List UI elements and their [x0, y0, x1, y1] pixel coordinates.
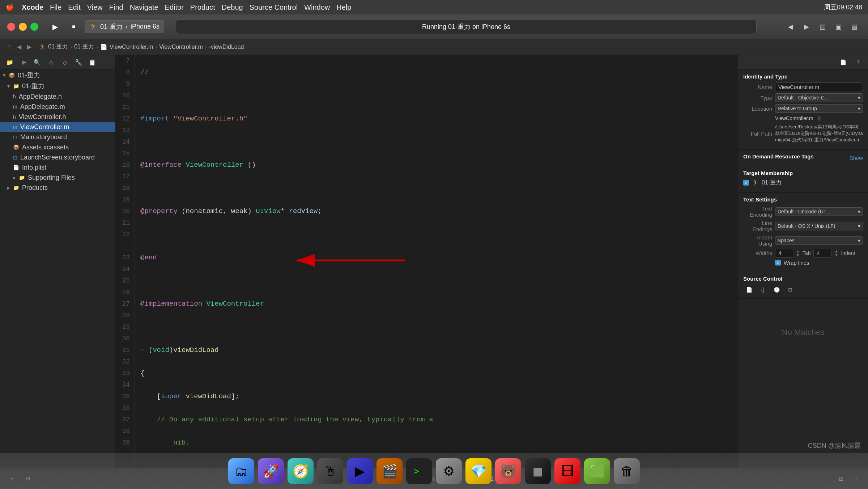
sidebar-item-supporting[interactable]: ▶ 📁 Supporting Files	[0, 173, 115, 183]
sidebar-item-info-plist[interactable]: 📄 Info.plist	[0, 162, 115, 173]
dock-sketch[interactable]: 💎	[465, 458, 492, 484]
layout-icon-5[interactable]: ▣	[832, 20, 845, 33]
assets-icon: 📦	[13, 144, 19, 150]
file-icon-3: h	[13, 114, 16, 120]
run-button[interactable]: ▶	[47, 20, 63, 33]
code-line-8	[140, 90, 732, 101]
dock-dark-item[interactable]: ◼	[525, 458, 551, 484]
apple-menu[interactable]: 🍎	[6, 3, 14, 11]
rp-file-icon[interactable]: 📄	[837, 57, 849, 67]
dock-hammer[interactable]: 🎬	[376, 458, 403, 484]
sc-branch-icon[interactable]: {}	[757, 285, 769, 295]
sidebar-item-launchscreen[interactable]: ◻ LaunchScreen.storyboard	[0, 152, 115, 162]
code-line-11: @interface ViewController ()	[140, 159, 732, 171]
rp-show-button[interactable]: Show	[849, 155, 863, 161]
sidebar-item-main-storyboard[interactable]: ◻ Main.storyboard	[0, 132, 115, 142]
dock-mouse[interactable]: 🖱	[317, 458, 343, 484]
main-layout: 📁 ⊕ 🔍 ⚠ ◇ 🔧 📋 ▶ 📦 01-重力 ▶ 📁 01-重力 h AppD…	[0, 55, 868, 468]
file-icon-1: h	[13, 94, 16, 99]
rp-type-select[interactable]: Default - Objective-C... ▾	[775, 93, 863, 102]
breadcrumb-sep-1: ›	[70, 44, 72, 50]
dock-settings[interactable]: ⚙	[436, 458, 462, 484]
close-button[interactable]	[7, 23, 15, 31]
sidebar-warning-icon[interactable]: ⚠	[45, 57, 57, 67]
minimize-button[interactable]	[19, 23, 27, 31]
rp-target-checkbox[interactable]: ✓	[743, 180, 749, 186]
menu-window[interactable]: Window	[304, 3, 330, 12]
dock-terminal[interactable]: >_	[406, 458, 432, 484]
rp-stepper-up-2[interactable]: ▲▼	[834, 249, 838, 257]
rp-lineendings-select[interactable]: Default - OS X / Unix (LF) ▾	[775, 222, 863, 230]
menu-edit[interactable]: Edit	[68, 3, 80, 12]
rp-tab-input[interactable]	[775, 249, 793, 258]
breadcrumb-file[interactable]: ViewController.m	[110, 44, 153, 50]
sidebar-item-group[interactable]: ▶ 📁 01-重力	[0, 81, 115, 92]
rp-name-input[interactable]	[775, 82, 863, 91]
menu-product[interactable]: Product	[190, 3, 215, 12]
dock-movist[interactable]: 🎞	[554, 458, 580, 484]
sc-compare-icon[interactable]: ⊡	[784, 285, 796, 295]
dock-quicktime[interactable]: ▶	[347, 458, 373, 484]
sidebar-search-icon[interactable]: 🔍	[31, 57, 43, 67]
rp-indent-using-select[interactable]: Spaces ▾	[775, 236, 863, 245]
sidebar-debug-icon[interactable]: 🔧	[72, 57, 85, 67]
code-line-21: [super viewDidLoad];	[140, 391, 732, 402]
sidebar-test-icon[interactable]: ◇	[59, 57, 71, 67]
breadcrumb-group[interactable]: 01-重力	[74, 43, 94, 51]
dock-finder[interactable]: 🗂	[228, 458, 254, 484]
sidebar-item-appdelegate-h[interactable]: h AppDelegate.h	[0, 92, 115, 102]
rp-ondemand-title: On Demand Resource Tags	[743, 153, 814, 160]
breadcrumb-forward[interactable]: ▶	[25, 43, 34, 51]
breadcrumb-file2[interactable]: ViewController.m	[159, 44, 203, 50]
layout-icon-2[interactable]: ◀	[784, 20, 797, 33]
menu-file[interactable]: File	[50, 3, 61, 12]
sc-file-icon[interactable]: 📄	[743, 285, 755, 295]
layout-icon-6[interactable]: ▦	[848, 20, 861, 33]
sidebar-item-appdelegate-m[interactable]: m AppDelegate.m	[0, 102, 115, 112]
layout-icon-3[interactable]: ▶	[800, 20, 813, 33]
sc-clock-icon[interactable]: 🕐	[771, 285, 782, 295]
dock-bear[interactable]: 🐻	[495, 458, 521, 484]
sidebar-folder-icon[interactable]: 📁	[4, 57, 16, 67]
dock-app[interactable]: 🟩	[584, 458, 610, 484]
supporting-icon: 📁	[19, 175, 25, 180]
menu-xcode[interactable]: Xcode	[22, 3, 43, 12]
sidebar-item-viewcontroller-h[interactable]: h ViewController.h	[0, 112, 115, 122]
dock-safari[interactable]: 🧭	[288, 458, 314, 484]
breadcrumb-sidebar-toggle[interactable]: ≡	[6, 43, 13, 51]
sidebar-vcs-icon[interactable]: ⊕	[17, 57, 30, 67]
copy-icon[interactable]: ⎘	[818, 115, 821, 122]
rp-encoding-select[interactable]: Default - Unicode (UT... ▾	[775, 207, 863, 216]
rp-help-icon[interactable]: ?	[852, 57, 864, 67]
sidebar-item-assets[interactable]: 📦 Assets.xcassets	[0, 142, 115, 152]
menu-source-control[interactable]: Source Control	[250, 3, 298, 12]
stop-button[interactable]: ■	[67, 20, 80, 33]
dock-trash[interactable]: 🗑	[614, 458, 640, 484]
breadcrumb-project[interactable]: 01-重力	[48, 43, 68, 51]
chevron-down-icon-5: ▾	[858, 238, 860, 243]
sidebar-item-viewcontroller-m[interactable]: m ViewController.m	[0, 122, 115, 132]
sidebar-report-icon[interactable]: 📋	[86, 57, 98, 67]
menu-navigate[interactable]: Navigate	[130, 3, 158, 12]
menu-find[interactable]: Find	[109, 3, 123, 12]
rp-indent-input[interactable]	[813, 249, 831, 258]
layout-icon-1[interactable]: ⬛	[768, 20, 781, 33]
scheme-selector[interactable]: 🏃 01-重力 › iPhone 6s	[85, 20, 164, 33]
menu-editor[interactable]: Editor	[165, 3, 184, 12]
menu-debug[interactable]: Debug	[222, 3, 243, 12]
file-icon-4: m	[13, 124, 17, 130]
sidebar-item-root[interactable]: ▶ 📦 01-重力	[0, 70, 115, 81]
maximize-button[interactable]	[30, 23, 38, 31]
menu-help[interactable]: Help	[336, 3, 351, 12]
dock-launchpad[interactable]: 🚀	[258, 458, 284, 484]
rp-location-select[interactable]: Relative to Group ▾	[775, 104, 863, 113]
code-content[interactable]: // #import "ViewController.h" @interface…	[135, 55, 738, 468]
code-editor[interactable]: 7 8 9 10 11 12 13 14 15 16 17 18 19 20 2…	[116, 55, 738, 468]
rp-wrap-checkbox[interactable]: ✓	[775, 260, 781, 265]
rp-stepper-up-1[interactable]: ▲▼	[796, 249, 800, 257]
breadcrumb-method[interactable]: -viewDidLoad	[209, 44, 244, 50]
breadcrumb-back[interactable]: ◀	[15, 43, 24, 51]
layout-icon-4[interactable]: ▥	[816, 20, 829, 33]
sidebar-item-products[interactable]: ▶ 📁 Products	[0, 183, 115, 193]
menu-view[interactable]: View	[87, 3, 103, 12]
